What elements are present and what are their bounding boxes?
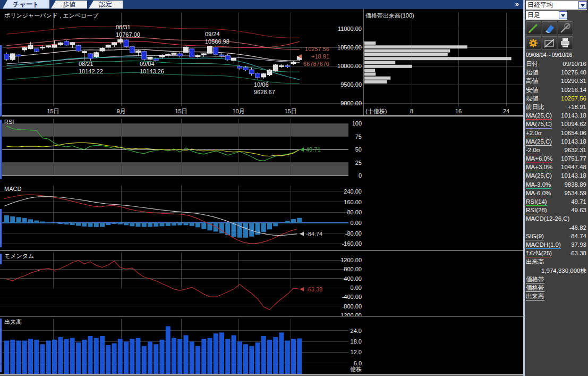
row-label[interactable]: 価格帯 [526, 275, 544, 283]
volume-bar [232, 335, 236, 374]
row-label[interactable]: ﾓﾒﾝﾀﾑ(25) [526, 249, 552, 257]
chevron-down-icon[interactable] [559, 11, 567, 19]
chart-annotation: 09/04 [140, 61, 155, 67]
region-disabled-icon[interactable] [542, 36, 557, 50]
candlestick [267, 70, 272, 75]
row-value: 10447.48 [552, 163, 586, 171]
candlestick [94, 53, 99, 57]
volume-bar [219, 332, 224, 374]
macd-histogram-bar [261, 223, 266, 232]
chart-annotation: 08/31 [116, 24, 131, 30]
panel-left-strip [0, 254, 2, 264]
momentum-panel: 1200.00800.00400.000.00-400.00-800.00-12… [0, 250, 523, 316]
chart-annotation: 10/06 [254, 81, 269, 88]
macd-histogram-bar [201, 223, 206, 229]
row-label[interactable]: MA+6.0% [526, 154, 552, 163]
candlestick [52, 45, 57, 47]
row-value: 10143.18 [552, 137, 586, 146]
profile-bar [364, 49, 450, 53]
row-label[interactable]: MA(25,C) [526, 111, 552, 120]
row-label[interactable]: RSI(14) [526, 197, 547, 206]
macd-histogram-bar [70, 223, 75, 225]
candlestick [142, 52, 147, 60]
macd-histogram-bar [34, 221, 39, 223]
row-label[interactable]: MA(25,C) [526, 171, 552, 180]
sidebar-quote-row: 現値10257.56 [525, 94, 588, 103]
panel-left-strip [0, 209, 2, 247]
row-label[interactable]: -2.0σ [526, 146, 540, 154]
tab-settings[interactable]: 設定 [89, 1, 123, 9]
volume-bar [118, 339, 123, 374]
row-label[interactable]: RSI(28) [526, 206, 547, 214]
row-value: 09/10/16 [538, 60, 586, 68]
candlestick [273, 65, 278, 71]
y-axis-label: -800.00 [342, 303, 362, 310]
y-axis-label: 160.00 [344, 199, 362, 205]
volume-bar [214, 333, 218, 374]
sidebar-quote-row: -46.82 [525, 223, 588, 232]
symbol-select[interactable]: 日経平均 [526, 1, 587, 10]
eraser-icon[interactable] [542, 21, 557, 35]
chevron-down-icon[interactable] [578, 1, 587, 9]
volume-bar [64, 339, 69, 374]
row-label[interactable]: 出来高 [526, 292, 544, 300]
volume-bar [195, 346, 200, 374]
volume-bar [267, 340, 272, 374]
row-label[interactable]: +2.0σ [526, 129, 542, 137]
row-label[interactable]: MA-3.0% [526, 180, 551, 189]
y-axis-label: 18.0 [351, 338, 362, 345]
row-label[interactable]: MA-6.0% [526, 189, 551, 197]
volume-bar [177, 339, 182, 374]
trendline-disabled-icon[interactable] [558, 21, 573, 35]
y-axis-label: 400.00 [344, 275, 362, 282]
row-value [544, 292, 587, 300]
row-label[interactable]: MA(25,C) [526, 137, 552, 146]
macd-histogram-bar [243, 223, 248, 238]
row-value: 10290.31 [538, 77, 586, 85]
macd-histogram-bar [88, 223, 93, 227]
top-tab-bar: チャート 歩値 設定 » [0, 0, 523, 10]
expand-panel-icon[interactable]: » [515, 0, 519, 9]
date-range: 09/08/04～09/10/16 [526, 52, 587, 59]
macd-histogram-bar [22, 218, 27, 223]
tab-chart[interactable]: チャート [3, 0, 49, 9]
row-label[interactable]: MACDH(1.0) [526, 240, 561, 249]
candlestick [243, 68, 248, 70]
candlestick [106, 45, 110, 47]
sidebar-quote-row: MACDH(1.0)37.93 [525, 240, 588, 249]
volume-bar [106, 345, 110, 374]
tab-tick[interactable]: 歩値 [51, 1, 87, 9]
row-label[interactable]: 価格帯 [526, 283, 544, 292]
y-axis-label: 240.00 [344, 188, 362, 195]
period-select[interactable]: 日足 [526, 11, 567, 20]
printer-icon[interactable] [558, 36, 573, 50]
candlestick [184, 47, 189, 53]
panel-left-strip [0, 45, 2, 124]
volume-bar [76, 342, 81, 374]
volume-bar [10, 340, 15, 374]
chart-annotation: 10767.00 [116, 31, 140, 38]
sidebar-quote-row: +2.0σ10654.06 [525, 129, 588, 137]
row-label[interactable]: SIG(9) [526, 232, 544, 240]
sidebar-quote-row: MA+6.0%10751.77 [525, 154, 588, 163]
candlestick [208, 46, 212, 53]
pencil-icon[interactable] [526, 21, 541, 35]
row-label[interactable]: MA(75,C) [526, 120, 552, 128]
macd-histogram-bar [82, 223, 87, 227]
macd-histogram-bar [16, 217, 21, 223]
volume-bar [100, 336, 105, 374]
sidebar-quote-row: 1,974,330,000株 [525, 266, 588, 275]
candlestick [130, 47, 134, 53]
row-value: 49.71 [547, 197, 586, 206]
profile-unit-label: (十億株) [365, 108, 387, 114]
candlestick [82, 52, 87, 53]
macd-histogram-bar [267, 223, 272, 229]
volume-bar [237, 341, 242, 374]
volume-bar [261, 336, 266, 374]
volume-bar [273, 337, 278, 374]
macd-histogram-bar [4, 215, 9, 223]
row-label[interactable]: MA+3.0% [526, 163, 552, 171]
gear-icon[interactable] [526, 36, 541, 50]
row-value: 9534.59 [551, 189, 586, 197]
y-axis-label: 0 [359, 172, 362, 179]
